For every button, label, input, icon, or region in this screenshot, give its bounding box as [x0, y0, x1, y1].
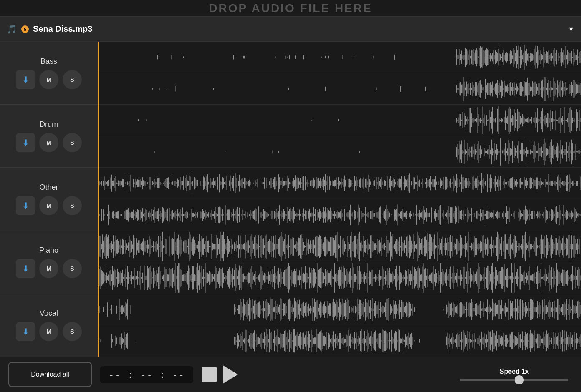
svg-rect-2882: [330, 303, 331, 316]
svg-rect-1479: [453, 213, 454, 217]
waveform-other-1: [99, 168, 581, 199]
svg-rect-2580: [437, 278, 438, 279]
svg-rect-1204: [191, 209, 192, 220]
svg-rect-802: [284, 181, 285, 185]
svg-rect-218: [490, 87, 490, 90]
svg-rect-1343: [323, 211, 323, 219]
svg-rect-1063: [537, 178, 538, 189]
svg-rect-462: [571, 110, 572, 131]
svg-rect-974: [452, 182, 453, 184]
svg-rect-2934: [376, 305, 377, 314]
svg-rect-1672: [151, 245, 152, 248]
svg-rect-3120: [569, 299, 570, 320]
svg-rect-1295: [278, 208, 278, 222]
svg-rect-3088: [541, 303, 541, 316]
solo-vocal-button[interactable]: S: [63, 322, 82, 341]
solo-other-button[interactable]: S: [63, 196, 82, 215]
svg-rect-2437: [318, 273, 318, 283]
svg-rect-1558: [530, 214, 531, 216]
download-all-button[interactable]: Download all: [8, 362, 92, 387]
svg-rect-2079: [497, 231, 498, 261]
svg-rect-2941: [382, 305, 383, 314]
svg-rect-1379: [355, 211, 356, 219]
download-piano-button[interactable]: ⬇: [16, 259, 35, 278]
svg-rect-323: [578, 84, 579, 93]
download-other-button[interactable]: ⬇: [16, 196, 35, 215]
svg-rect-3080: [534, 307, 535, 312]
svg-rect-283: [544, 77, 545, 101]
svg-rect-50: [481, 48, 482, 68]
stop-button[interactable]: [202, 367, 217, 382]
svg-rect-2674: [515, 276, 516, 279]
svg-rect-2054: [476, 238, 477, 255]
svg-rect-70: [498, 49, 499, 65]
svg-rect-2253: [164, 267, 165, 289]
svg-rect-2688: [527, 276, 528, 281]
svg-rect-311: [567, 88, 568, 89]
svg-rect-1911: [357, 239, 358, 254]
mute-drum-button[interactable]: M: [39, 133, 58, 152]
svg-rect-1182: [170, 214, 171, 216]
svg-rect-1498: [470, 214, 471, 215]
dropdown-arrow-icon[interactable]: ▼: [568, 25, 574, 33]
svg-rect-899: [379, 180, 379, 187]
svg-rect-2205: [121, 273, 122, 283]
svg-rect-816: [298, 180, 298, 187]
svg-rect-1402: [379, 212, 379, 218]
svg-rect-2490: [362, 277, 363, 279]
svg-rect-3247: [314, 337, 315, 344]
svg-rect-1207: [193, 213, 194, 217]
svg-rect-344: [468, 119, 469, 121]
svg-rect-3163: [243, 340, 244, 342]
svg-rect-3066: [522, 300, 523, 319]
svg-rect-3035: [495, 307, 495, 312]
svg-rect-3332: [386, 332, 387, 350]
solo-bass-button[interactable]: S: [63, 70, 82, 89]
svg-rect-2827: [283, 303, 284, 316]
svg-rect-2784: [247, 300, 248, 319]
svg-rect-3047: [505, 299, 505, 320]
svg-rect-3191: [267, 334, 268, 347]
svg-rect-3207: [281, 334, 282, 348]
svg-rect-647: [121, 181, 122, 185]
svg-rect-1612: [100, 236, 101, 256]
svg-rect-2947: [387, 299, 388, 320]
svg-rect-2930: [373, 308, 374, 311]
mute-vocal-button[interactable]: M: [39, 322, 58, 341]
svg-rect-2986: [452, 308, 453, 311]
svg-rect-1428: [404, 208, 404, 222]
mute-other-button[interactable]: M: [39, 196, 58, 215]
svg-rect-1233: [217, 214, 218, 216]
svg-rect-552: [521, 143, 522, 161]
svg-rect-800: [283, 182, 283, 184]
svg-rect-1448: [423, 206, 424, 224]
download-drum-button[interactable]: ⬇: [16, 133, 35, 152]
solo-drum-button[interactable]: S: [63, 133, 82, 152]
svg-rect-669: [143, 181, 144, 186]
svg-rect-760: [237, 181, 237, 186]
svg-rect-3072: [527, 308, 528, 311]
speed-slider[interactable]: [460, 379, 568, 381]
svg-rect-1120: [111, 213, 111, 217]
download-vocal-button[interactable]: ⬇: [16, 322, 35, 341]
svg-rect-1902: [349, 244, 350, 249]
svg-rect-871: [350, 180, 351, 187]
svg-rect-216: [488, 83, 489, 94]
svg-rect-42: [475, 50, 475, 64]
svg-rect-3094: [546, 305, 547, 314]
svg-rect-441: [554, 119, 555, 121]
svg-rect-3145: [123, 339, 124, 343]
download-bass-button[interactable]: ⬇: [16, 70, 35, 89]
play-button[interactable]: [223, 365, 238, 384]
svg-rect-964: [442, 181, 443, 185]
svg-rect-3004: [468, 303, 469, 316]
svg-rect-2103: [518, 243, 519, 251]
svg-rect-775: [253, 179, 253, 188]
svg-rect-247: [514, 82, 515, 95]
svg-rect-2321: [221, 269, 222, 286]
mute-piano-button[interactable]: M: [39, 259, 58, 278]
solo-piano-button[interactable]: S: [63, 259, 82, 278]
svg-rect-1033: [510, 179, 510, 188]
mute-bass-button[interactable]: M: [39, 70, 58, 89]
svg-rect-2091: [508, 239, 509, 254]
